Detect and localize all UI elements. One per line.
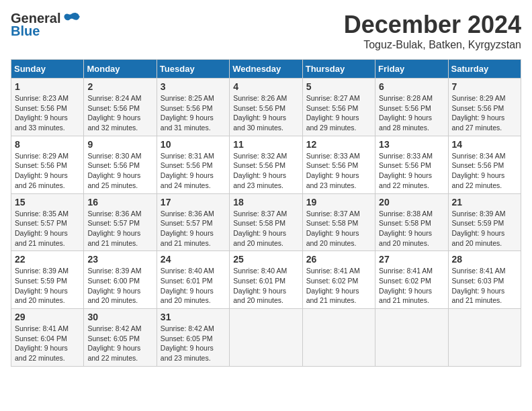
day-number: 31: [161, 312, 226, 322]
calendar-week-row: 22Sunrise: 8:39 AMSunset: 5:59 PMDayligh…: [11, 251, 521, 309]
calendar-cell: 25Sunrise: 8:40 AMSunset: 6:01 PMDayligh…: [230, 251, 302, 309]
calendar-cell: 26Sunrise: 8:41 AMSunset: 6:02 PMDayligh…: [302, 251, 375, 309]
day-info: Sunrise: 8:40 AMSunset: 6:01 PMDaylight:…: [161, 266, 226, 306]
calendar-cell: 21Sunrise: 8:39 AMSunset: 5:59 PMDayligh…: [448, 193, 521, 251]
calendar-cell: 2Sunrise: 8:24 AMSunset: 5:56 PMDaylight…: [84, 79, 157, 136]
calendar-cell: 20Sunrise: 8:38 AMSunset: 5:58 PMDayligh…: [375, 193, 448, 251]
day-number: 4: [233, 81, 298, 92]
calendar-cell: 30Sunrise: 8:42 AMSunset: 6:05 PMDayligh…: [84, 309, 157, 367]
day-info: Sunrise: 8:37 AMSunset: 5:58 PMDaylight:…: [233, 209, 298, 248]
calendar-cell: 24Sunrise: 8:40 AMSunset: 6:01 PMDayligh…: [157, 251, 229, 309]
day-info: Sunrise: 8:42 AMSunset: 6:05 PMDaylight:…: [161, 324, 226, 363]
calendar-cell: [302, 309, 375, 367]
calendar-cell: 28Sunrise: 8:41 AMSunset: 6:03 PMDayligh…: [448, 251, 521, 309]
day-info: Sunrise: 8:39 AMSunset: 5:59 PMDaylight:…: [452, 209, 517, 248]
calendar-week-row: 1Sunrise: 8:23 AMSunset: 5:56 PMDaylight…: [11, 79, 521, 136]
day-number: 25: [233, 254, 298, 265]
day-info: Sunrise: 8:30 AMSunset: 5:56 PMDaylight:…: [87, 151, 152, 191]
day-number: 6: [379, 81, 444, 92]
calendar-header-row: SundayMondayTuesdayWednesdayThursdayFrid…: [11, 60, 521, 79]
logo: General Blue: [11, 11, 81, 39]
day-number: 1: [15, 81, 80, 92]
header-day-sunday: Sunday: [11, 60, 84, 79]
calendar-cell: 29Sunrise: 8:41 AMSunset: 6:04 PMDayligh…: [11, 309, 84, 367]
day-info: Sunrise: 8:39 AMSunset: 5:59 PMDaylight:…: [15, 266, 80, 306]
logo-blue-text: Blue: [11, 24, 40, 39]
calendar-week-row: 8Sunrise: 8:29 AMSunset: 5:56 PMDaylight…: [11, 136, 521, 193]
day-info: Sunrise: 8:36 AMSunset: 5:57 PMDaylight:…: [161, 209, 226, 248]
day-number: 23: [87, 254, 152, 265]
calendar-cell: 7Sunrise: 8:29 AMSunset: 5:56 PMDaylight…: [448, 79, 521, 136]
calendar-cell: 9Sunrise: 8:30 AMSunset: 5:56 PMDaylight…: [84, 136, 157, 193]
header-day-thursday: Thursday: [302, 60, 375, 79]
calendar-cell: 10Sunrise: 8:31 AMSunset: 5:56 PMDayligh…: [157, 136, 229, 193]
calendar-cell: [230, 309, 302, 367]
header-day-tuesday: Tuesday: [157, 60, 229, 79]
day-info: Sunrise: 8:31 AMSunset: 5:56 PMDaylight:…: [161, 151, 226, 191]
day-number: 30: [87, 312, 152, 322]
calendar-cell: 31Sunrise: 8:42 AMSunset: 6:05 PMDayligh…: [157, 309, 229, 367]
header-day-saturday: Saturday: [448, 60, 521, 79]
day-number: 20: [379, 197, 444, 208]
header-day-monday: Monday: [84, 60, 157, 79]
day-number: 13: [379, 139, 444, 150]
day-number: 5: [306, 81, 371, 92]
day-number: 29: [15, 312, 80, 322]
day-info: Sunrise: 8:29 AMSunset: 5:56 PMDaylight:…: [15, 151, 80, 191]
calendar-cell: 15Sunrise: 8:35 AMSunset: 5:57 PMDayligh…: [11, 193, 84, 251]
day-number: 2: [87, 81, 152, 92]
calendar-week-row: 15Sunrise: 8:35 AMSunset: 5:57 PMDayligh…: [11, 193, 521, 251]
calendar-cell: 19Sunrise: 8:37 AMSunset: 5:58 PMDayligh…: [302, 193, 375, 251]
day-number: 16: [87, 197, 152, 208]
day-number: 17: [161, 197, 226, 208]
calendar-cell: 22Sunrise: 8:39 AMSunset: 5:59 PMDayligh…: [11, 251, 84, 309]
calendar-cell: 5Sunrise: 8:27 AMSunset: 5:56 PMDaylight…: [302, 79, 375, 136]
day-info: Sunrise: 8:37 AMSunset: 5:58 PMDaylight:…: [306, 209, 371, 248]
day-number: 14: [452, 139, 517, 150]
header-day-wednesday: Wednesday: [230, 60, 302, 79]
day-info: Sunrise: 8:24 AMSunset: 5:56 PMDaylight:…: [87, 93, 152, 133]
day-number: 3: [161, 81, 226, 92]
calendar-cell: 3Sunrise: 8:25 AMSunset: 5:56 PMDaylight…: [157, 79, 229, 136]
day-number: 21: [452, 197, 517, 208]
day-info: Sunrise: 8:29 AMSunset: 5:56 PMDaylight:…: [452, 93, 517, 133]
day-info: Sunrise: 8:36 AMSunset: 5:57 PMDaylight:…: [87, 209, 152, 248]
day-number: 22: [15, 254, 80, 265]
day-number: 24: [161, 254, 226, 265]
calendar-week-row: 29Sunrise: 8:41 AMSunset: 6:04 PMDayligh…: [11, 309, 521, 367]
day-number: 10: [161, 139, 226, 150]
calendar-cell: 14Sunrise: 8:34 AMSunset: 5:56 PMDayligh…: [448, 136, 521, 193]
month-title: December 2024: [344, 11, 521, 39]
calendar-table: SundayMondayTuesdayWednesdayThursdayFrid…: [11, 59, 521, 367]
day-number: 9: [87, 139, 152, 150]
day-info: Sunrise: 8:34 AMSunset: 5:56 PMDaylight:…: [452, 151, 517, 191]
calendar-cell: [448, 309, 521, 367]
day-info: Sunrise: 8:39 AMSunset: 6:00 PMDaylight:…: [87, 266, 152, 306]
day-info: Sunrise: 8:32 AMSunset: 5:56 PMDaylight:…: [233, 151, 298, 191]
day-number: 19: [306, 197, 371, 208]
day-info: Sunrise: 8:28 AMSunset: 5:56 PMDaylight:…: [379, 93, 444, 133]
header-day-friday: Friday: [375, 60, 448, 79]
calendar-cell: 4Sunrise: 8:26 AMSunset: 5:56 PMDaylight…: [230, 79, 302, 136]
day-info: Sunrise: 8:41 AMSunset: 6:04 PMDaylight:…: [15, 324, 80, 363]
calendar-cell: 13Sunrise: 8:33 AMSunset: 5:56 PMDayligh…: [375, 136, 448, 193]
calendar-cell: 12Sunrise: 8:33 AMSunset: 5:56 PMDayligh…: [302, 136, 375, 193]
calendar-cell: 17Sunrise: 8:36 AMSunset: 5:57 PMDayligh…: [157, 193, 229, 251]
day-number: 28: [452, 254, 517, 265]
calendar-cell: 8Sunrise: 8:29 AMSunset: 5:56 PMDaylight…: [11, 136, 84, 193]
day-info: Sunrise: 8:35 AMSunset: 5:57 PMDaylight:…: [15, 209, 80, 248]
day-number: 15: [15, 197, 80, 208]
day-number: 7: [452, 81, 517, 92]
header: General Blue December 2024 Toguz-Bulak, …: [11, 11, 521, 51]
day-info: Sunrise: 8:42 AMSunset: 6:05 PMDaylight:…: [87, 324, 152, 363]
day-number: 8: [15, 139, 80, 150]
logo-bird-icon: [62, 11, 81, 26]
title-section: December 2024 Toguz-Bulak, Batken, Kyrgy…: [344, 11, 521, 51]
calendar-cell: 11Sunrise: 8:32 AMSunset: 5:56 PMDayligh…: [230, 136, 302, 193]
day-number: 26: [306, 254, 371, 265]
day-info: Sunrise: 8:33 AMSunset: 5:56 PMDaylight:…: [379, 151, 444, 191]
day-info: Sunrise: 8:40 AMSunset: 6:01 PMDaylight:…: [233, 266, 298, 306]
day-info: Sunrise: 8:38 AMSunset: 5:58 PMDaylight:…: [379, 209, 444, 248]
calendar-cell: 18Sunrise: 8:37 AMSunset: 5:58 PMDayligh…: [230, 193, 302, 251]
day-number: 18: [233, 197, 298, 208]
